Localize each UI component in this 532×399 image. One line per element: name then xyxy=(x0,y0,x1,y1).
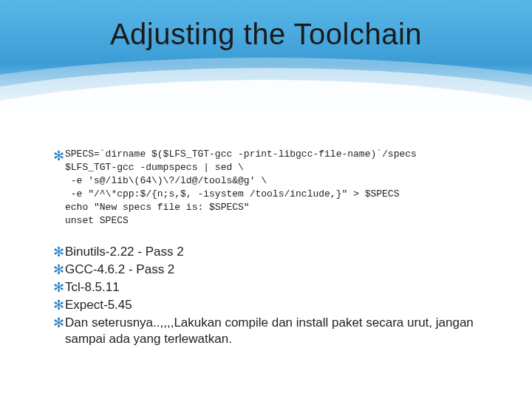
bullet-icon xyxy=(52,279,65,296)
list-item-text: Dan seterusnya..,,,,Lakukan compile dan … xyxy=(65,315,502,347)
bullet-list: Binutils-2.22 - Pass 2 GCC-4.6.2 - Pass … xyxy=(52,244,502,347)
code-line: unset SPECS xyxy=(65,215,129,226)
slide-title: Adjusting the Toolchain xyxy=(0,18,532,51)
code-line: SPECS=`dirname $($LFS_TGT-gcc -print-lib… xyxy=(65,149,417,160)
code-line: $LFS_TGT-gcc -dumpspecs | sed \ xyxy=(65,162,244,173)
code-block: SPECS=`dirname $($LFS_TGT-gcc -print-lib… xyxy=(65,148,417,228)
list-item-text: GCC-4.6.2 - Pass 2 xyxy=(65,262,174,278)
bullet-icon xyxy=(52,297,65,313)
list-item-text: Tcl-8.5.11 xyxy=(65,279,120,296)
code-line: -e "/^\*cpp:$/{n;s,$, -isystem /tools/in… xyxy=(65,188,399,200)
code-line: -e 's@/lib\(64\)\?/ld@/tools&@g' \ xyxy=(65,175,267,186)
slide-content: SPECS=`dirname $($LFS_TGT-gcc -print-lib… xyxy=(52,148,502,349)
list-item: Dan seterusnya..,,,,Lakukan compile dan … xyxy=(52,315,502,347)
bullet-icon xyxy=(52,148,65,164)
list-item: Binutils-2.22 - Pass 2 xyxy=(52,244,502,260)
code-line: echo "New specs file is: $SPECS" xyxy=(65,202,250,213)
code-bullet: SPECS=`dirname $($LFS_TGT-gcc -print-lib… xyxy=(52,148,502,228)
list-item-text: Binutils-2.22 - Pass 2 xyxy=(65,244,184,260)
bullet-icon xyxy=(52,244,65,260)
header-band: Adjusting the Toolchain xyxy=(0,0,532,133)
list-item-text: Expect-5.45 xyxy=(65,297,132,313)
bullet-icon xyxy=(52,315,65,331)
list-item: Tcl-8.5.11 xyxy=(52,279,502,296)
list-item: GCC-4.6.2 - Pass 2 xyxy=(52,262,502,278)
list-item: Expect-5.45 xyxy=(52,297,502,313)
bullet-icon xyxy=(52,262,65,278)
